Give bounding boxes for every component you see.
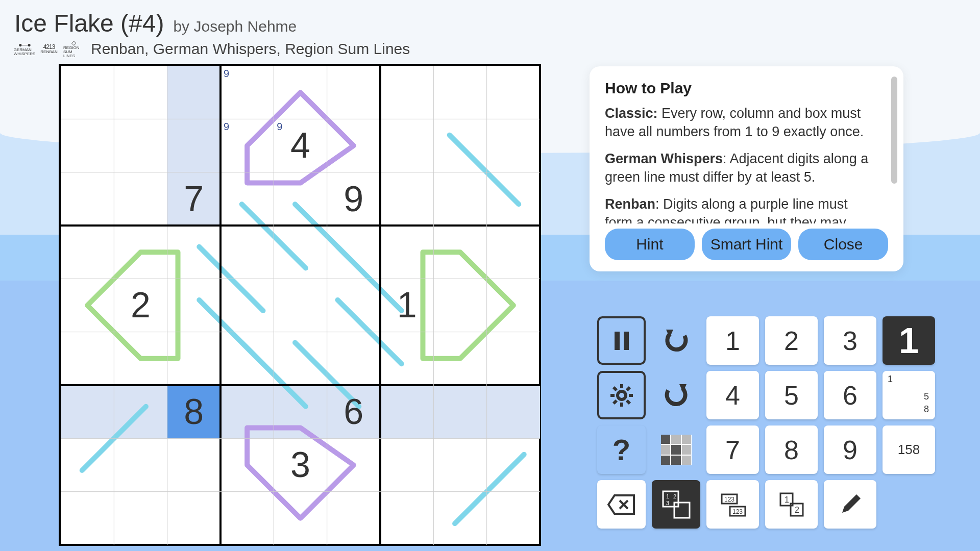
mode-boxes-b-button[interactable]: 12 [765, 480, 818, 529]
redo-button[interactable] [652, 371, 700, 419]
hint-button[interactable]: Hint [605, 229, 695, 260]
svg-line-49 [627, 387, 630, 390]
cell-given[interactable]: 2 [114, 279, 167, 332]
svg-text:1: 1 [666, 493, 669, 499]
renban-icon: 4213RENBAN [39, 41, 59, 57]
keypad: 1 2 3 1 4 5 6 1 5 8 ? 7 8 9 158 123 1231… [597, 316, 935, 529]
settings-button[interactable] [597, 371, 646, 419]
svg-line-14 [242, 343, 306, 407]
pen-button[interactable] [824, 480, 876, 529]
close-button[interactable]: Close [798, 229, 888, 260]
digit-1-button[interactable]: 1 [706, 316, 759, 365]
scrollbar[interactable] [891, 77, 897, 184]
svg-line-22 [82, 407, 146, 470]
tag-icons: ●—●GERMAN WHISPERS 4213RENBAN ◇REGION SU… [14, 41, 84, 57]
mode-boxes-a-button[interactable]: 123123 [706, 480, 759, 529]
corner-note: 9 [224, 121, 229, 133]
cell-given[interactable]: 3 [274, 438, 327, 491]
svg-rect-4 [114, 385, 167, 438]
svg-rect-10 [487, 385, 540, 438]
cell-given[interactable]: 1 [380, 279, 433, 332]
puzzle-title: Ice Flake (#4) [14, 9, 164, 37]
rules-heading: How to Play [605, 80, 888, 97]
svg-line-21 [455, 455, 524, 524]
svg-rect-40 [624, 332, 629, 350]
svg-line-16 [199, 247, 263, 311]
puzzle-author: by Joseph Nehme [173, 18, 297, 35]
corner-note: 9 [224, 68, 229, 80]
svg-rect-9 [433, 385, 486, 438]
undo-button[interactable] [652, 316, 700, 365]
svg-text:1: 1 [785, 495, 789, 504]
digit-7-button[interactable]: 7 [706, 425, 759, 474]
digit-6-button[interactable]: 6 [824, 371, 876, 419]
svg-rect-3 [61, 385, 114, 438]
svg-point-41 [618, 391, 626, 399]
header: Ice Flake (#4) by Joseph Nehme ●—●GERMAN… [14, 9, 410, 58]
grid-icon [661, 435, 692, 465]
help-button[interactable]: ? [597, 425, 646, 474]
digit-4-button[interactable]: 4 [706, 371, 759, 419]
svg-line-48 [614, 400, 617, 404]
svg-rect-8 [380, 385, 433, 438]
svg-line-47 [627, 400, 630, 404]
digit-3-button[interactable]: 3 [824, 316, 876, 365]
svg-rect-5 [220, 385, 274, 438]
color-mode-button[interactable] [652, 425, 700, 474]
cell-given[interactable]: 6 [327, 385, 380, 438]
svg-line-20 [450, 135, 519, 205]
mode-corner-button[interactable]: 1 5 8 [883, 371, 935, 419]
cell-given[interactable]: 7 [167, 172, 220, 226]
cell-given[interactable]: 8 [167, 385, 220, 438]
svg-text:123: 123 [724, 496, 734, 503]
svg-text:2: 2 [673, 493, 676, 499]
digit-5-button[interactable]: 5 [765, 371, 818, 419]
whispers-icon: ●—●GERMAN WHISPERS [14, 41, 35, 57]
mode-multi-button[interactable]: 123 [652, 480, 700, 529]
delete-button[interactable] [597, 480, 646, 529]
rules-panel: How to Play Classic: Every row, column a… [590, 66, 903, 271]
smart-hint-button[interactable]: Smart Hint [702, 229, 792, 260]
svg-rect-0 [167, 66, 220, 119]
pause-button[interactable] [597, 316, 646, 365]
svg-text:2: 2 [795, 506, 799, 514]
digit-2-button[interactable]: 2 [765, 316, 818, 365]
digit-9-button[interactable]: 9 [824, 425, 876, 474]
svg-line-18 [199, 300, 263, 364]
region-sum-icon: ◇REGION SUM LINES [63, 41, 84, 57]
svg-text:3: 3 [666, 500, 669, 506]
svg-line-46 [614, 387, 617, 390]
svg-rect-6 [274, 385, 327, 438]
mode-big-button[interactable]: 1 [883, 316, 935, 365]
svg-text:123: 123 [732, 508, 743, 515]
digit-8-button[interactable]: 8 [765, 425, 818, 474]
sudoku-board[interactable]: 47921863999 [59, 64, 541, 546]
svg-rect-1 [167, 119, 220, 172]
mode-center-button[interactable]: 158 [883, 425, 935, 474]
svg-rect-53 [674, 503, 690, 518]
cell-given[interactable]: 9 [327, 172, 380, 226]
corner-note: 9 [277, 121, 282, 133]
puzzle-tags: Renban, German Whispers, Region Sum Line… [91, 40, 410, 58]
svg-rect-39 [615, 332, 620, 350]
svg-line-12 [242, 204, 306, 268]
